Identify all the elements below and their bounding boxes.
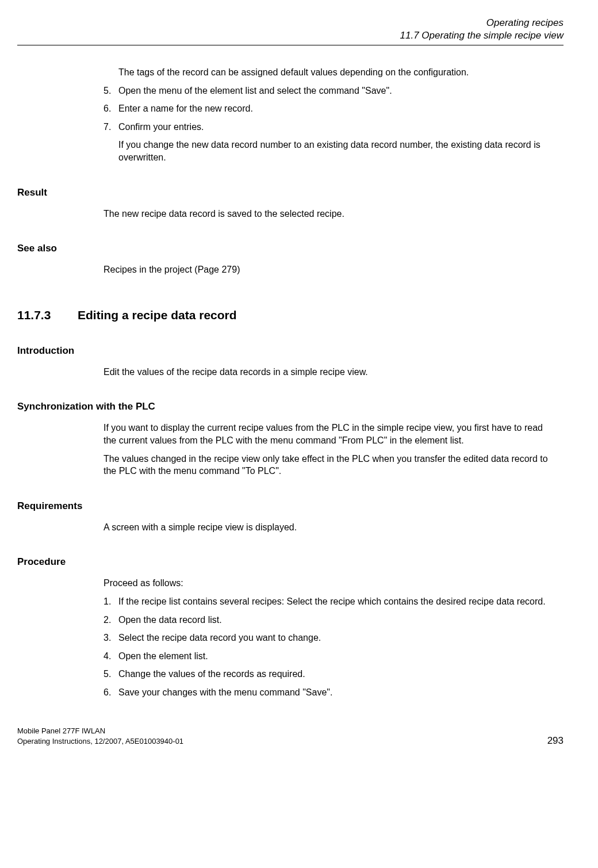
section-number: 11.7.3 (17, 308, 78, 322)
result-text: The new recipe data record is saved to t… (103, 208, 558, 220)
procedure-intro: Proceed as follows: (103, 577, 558, 590)
introduction-label: Introduction (17, 345, 558, 357)
footer-line1: Mobile Panel 277F IWLAN (17, 726, 183, 736)
step-text: Confirm your entries. (118, 121, 558, 133)
intro-paragraph: The tags of the record can be assigned d… (118, 66, 558, 79)
step-number: 6. (103, 686, 118, 699)
step-text: Change the values of the records as requ… (118, 668, 558, 680)
step-number: 1. (103, 595, 118, 608)
header-subtitle: 11.7 Operating the simple recipe view (17, 30, 564, 41)
step-5: 5. Open the menu of the element list and… (103, 85, 558, 97)
header-rule (17, 45, 564, 45)
step-7: 7. Confirm your entries. (103, 121, 558, 133)
procedure-step-5: 5. Change the values of the records as r… (103, 668, 558, 680)
requirements-label: Requirements (17, 500, 558, 512)
step-text: Select the recipe data record you want t… (118, 632, 558, 644)
requirements-text: A screen with a simple recipe view is di… (103, 521, 558, 534)
page-footer: Mobile Panel 277F IWLAN Operating Instru… (17, 726, 564, 746)
step-number: 5. (103, 668, 118, 680)
procedure-label: Procedure (17, 556, 558, 568)
step-7-sub: If you change the new data record number… (118, 139, 558, 163)
introduction-text: Edit the values of the recipe data recor… (103, 366, 558, 378)
procedure-step-6: 6. Save your changes with the menu comma… (103, 686, 558, 699)
step-text: Open the data record list. (118, 614, 558, 626)
main-content: The tags of the record can be assigned d… (103, 66, 558, 698)
see-also-text: Recipes in the project (Page 279) (103, 263, 558, 276)
step-number: 2. (103, 614, 118, 626)
header-title: Operating recipes (17, 17, 564, 29)
result-label: Result (17, 187, 558, 198)
page-number: 293 (547, 735, 564, 747)
section-title: Editing a recipe data record (78, 308, 558, 322)
sync-label: Synchronization with the PLC (17, 401, 558, 412)
step-6: 6. Enter a name for the new record. (103, 102, 558, 115)
footer-line2: Operating Instructions, 12/2007, A5E0100… (17, 736, 183, 747)
step-text: Open the menu of the element list and se… (118, 85, 558, 97)
procedure-step-4: 4. Open the element list. (103, 650, 558, 663)
procedure-step-2: 2. Open the data record list. (103, 614, 558, 626)
page-header: Operating recipes 11.7 Operating the sim… (17, 17, 564, 41)
see-also-label: See also (17, 243, 558, 254)
procedure-step-1: 1. If the recipe list contains several r… (103, 595, 558, 608)
step-number: 4. (103, 650, 118, 663)
sync-para2: The values changed in the recipe view on… (103, 453, 558, 477)
step-text: If the recipe list contains several reci… (118, 595, 558, 608)
section-heading: 11.7.3 Editing a recipe data record (17, 308, 558, 322)
footer-left: Mobile Panel 277F IWLAN Operating Instru… (17, 726, 183, 746)
step-number: 6. (103, 102, 118, 115)
step-number: 5. (103, 85, 118, 97)
step-text: Save your changes with the menu command … (118, 686, 558, 699)
step-number: 7. (103, 121, 118, 133)
sync-para1: If you want to display the current recip… (103, 422, 558, 446)
step-text: Open the element list. (118, 650, 558, 663)
step-number: 3. (103, 632, 118, 644)
procedure-step-3: 3. Select the recipe data record you wan… (103, 632, 558, 644)
step-text: Enter a name for the new record. (118, 102, 558, 115)
